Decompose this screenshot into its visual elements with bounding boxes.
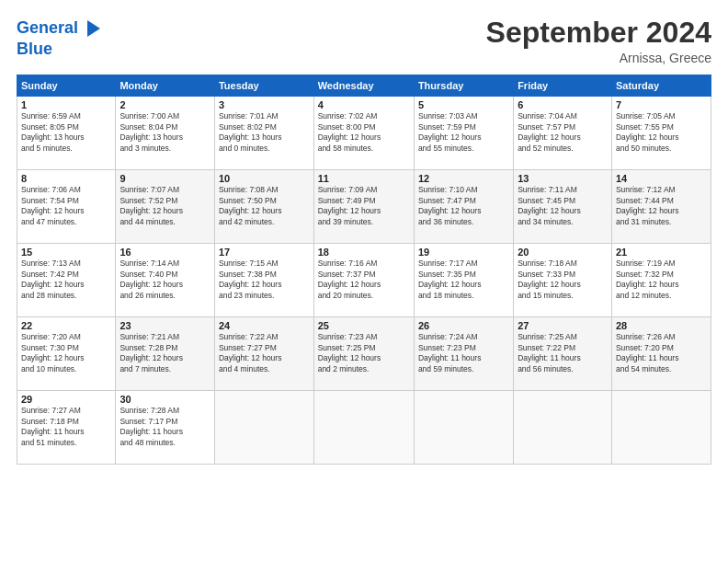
day-number: 16 [119, 247, 210, 258]
day-info: Sunrise: 7:08 AMSunset: 7:50 PMDaylight:… [219, 185, 310, 227]
calendar-week-2: 8Sunrise: 7:06 AMSunset: 7:54 PMDaylight… [17, 170, 711, 244]
day-number: 15 [21, 247, 111, 258]
day-number: 11 [318, 173, 410, 184]
day-info: Sunrise: 7:09 AMSunset: 7:49 PMDaylight:… [318, 185, 410, 227]
col-sunday: Sunday [17, 75, 116, 97]
day-number: 28 [616, 320, 707, 331]
title-block: September 2024 Arnissa, Greece [486, 17, 711, 65]
day-info: Sunrise: 7:05 AMSunset: 7:55 PMDaylight:… [616, 111, 707, 154]
day-info: Sunrise: 7:03 AMSunset: 7:59 PMDaylight:… [418, 111, 509, 154]
table-row: 5Sunrise: 7:03 AMSunset: 7:59 PMDaylight… [414, 97, 513, 170]
table-row: 13Sunrise: 7:11 AMSunset: 7:45 PMDayligh… [514, 170, 612, 244]
day-number: 18 [318, 247, 410, 258]
day-info: Sunrise: 7:27 AMSunset: 7:18 PMDaylight:… [21, 406, 111, 448]
month-title: September 2024 [486, 17, 711, 49]
day-number: 24 [219, 320, 310, 331]
day-number: 23 [119, 320, 210, 331]
day-number: 29 [21, 394, 111, 405]
col-thursday: Thursday [414, 75, 513, 97]
col-friday: Friday [514, 75, 612, 97]
day-info: Sunrise: 7:22 AMSunset: 7:27 PMDaylight:… [219, 332, 310, 374]
day-number: 17 [219, 247, 310, 258]
table-row: 7Sunrise: 7:05 AMSunset: 7:55 PMDaylight… [611, 97, 711, 170]
day-number: 25 [318, 320, 410, 331]
day-info: Sunrise: 7:19 AMSunset: 7:32 PMDaylight:… [616, 259, 707, 301]
day-number: 27 [518, 320, 608, 331]
day-number: 10 [219, 173, 310, 184]
day-number: 14 [616, 173, 707, 184]
table-row: 28Sunrise: 7:26 AMSunset: 7:20 PMDayligh… [611, 317, 711, 391]
table-row: 4Sunrise: 7:02 AMSunset: 8:00 PMDaylight… [313, 97, 414, 170]
day-info: Sunrise: 7:11 AMSunset: 7:45 PMDaylight:… [518, 185, 608, 227]
day-number: 1 [21, 99, 111, 110]
table-row: 20Sunrise: 7:18 AMSunset: 7:33 PMDayligh… [514, 244, 612, 317]
table-row: 23Sunrise: 7:21 AMSunset: 7:28 PMDayligh… [116, 317, 215, 391]
col-tuesday: Tuesday [214, 75, 313, 97]
day-number: 6 [518, 99, 608, 110]
day-number: 20 [518, 247, 608, 258]
day-info: Sunrise: 7:00 AMSunset: 8:04 PMDaylight:… [119, 111, 210, 154]
day-info: Sunrise: 7:20 AMSunset: 7:30 PMDaylight:… [21, 332, 111, 374]
table-row: 8Sunrise: 7:06 AMSunset: 7:54 PMDaylight… [17, 170, 116, 244]
table-row [414, 391, 513, 465]
calendar-header-row: Sunday Monday Tuesday Wednesday Thursday… [17, 75, 711, 97]
table-row: 9Sunrise: 7:07 AMSunset: 7:52 PMDaylight… [116, 170, 215, 244]
day-info: Sunrise: 7:16 AMSunset: 7:37 PMDaylight:… [318, 259, 410, 301]
calendar-week-1: 1Sunrise: 6:59 AMSunset: 8:05 PMDaylight… [17, 97, 711, 170]
day-info: Sunrise: 7:01 AMSunset: 8:02 PMDaylight:… [219, 111, 310, 154]
calendar-week-4: 22Sunrise: 7:20 AMSunset: 7:30 PMDayligh… [17, 317, 711, 391]
table-row: 6Sunrise: 7:04 AMSunset: 7:57 PMDaylight… [514, 97, 612, 170]
day-number: 30 [119, 394, 210, 405]
day-info: Sunrise: 7:04 AMSunset: 7:57 PMDaylight:… [518, 111, 608, 154]
day-number: 12 [418, 173, 509, 184]
day-info: Sunrise: 7:14 AMSunset: 7:40 PMDaylight:… [119, 259, 210, 301]
table-row [611, 391, 711, 465]
table-row: 26Sunrise: 7:24 AMSunset: 7:23 PMDayligh… [414, 317, 513, 391]
table-row: 16Sunrise: 7:14 AMSunset: 7:40 PMDayligh… [116, 244, 215, 317]
table-row [214, 391, 313, 465]
table-row: 18Sunrise: 7:16 AMSunset: 7:37 PMDayligh… [313, 244, 414, 317]
calendar-week-5: 29Sunrise: 7:27 AMSunset: 7:18 PMDayligh… [17, 391, 711, 465]
table-row: 10Sunrise: 7:08 AMSunset: 7:50 PMDayligh… [214, 170, 313, 244]
logo: General Blue [17, 17, 104, 59]
day-info: Sunrise: 7:07 AMSunset: 7:52 PMDaylight:… [119, 185, 210, 227]
table-row: 29Sunrise: 7:27 AMSunset: 7:18 PMDayligh… [17, 391, 116, 465]
day-number: 2 [119, 99, 210, 110]
day-number: 13 [518, 173, 608, 184]
table-row: 12Sunrise: 7:10 AMSunset: 7:47 PMDayligh… [414, 170, 513, 244]
table-row: 17Sunrise: 7:15 AMSunset: 7:38 PMDayligh… [214, 244, 313, 317]
logo-text: General [17, 19, 78, 38]
col-monday: Monday [116, 75, 215, 97]
table-row: 19Sunrise: 7:17 AMSunset: 7:35 PMDayligh… [414, 244, 513, 317]
table-row: 24Sunrise: 7:22 AMSunset: 7:27 PMDayligh… [214, 317, 313, 391]
table-row: 11Sunrise: 7:09 AMSunset: 7:49 PMDayligh… [313, 170, 414, 244]
page: General Blue September 2024 Arnissa, Gre… [0, 0, 728, 563]
day-number: 4 [318, 99, 410, 110]
col-saturday: Saturday [611, 75, 711, 97]
table-row: 3Sunrise: 7:01 AMSunset: 8:02 PMDaylight… [214, 97, 313, 170]
table-row: 15Sunrise: 7:13 AMSunset: 7:42 PMDayligh… [17, 244, 116, 317]
day-info: Sunrise: 7:28 AMSunset: 7:17 PMDaylight:… [119, 406, 210, 448]
day-number: 7 [616, 99, 707, 110]
table-row [514, 391, 612, 465]
col-wednesday: Wednesday [313, 75, 414, 97]
svg-marker-0 [87, 20, 100, 37]
day-number: 26 [418, 320, 509, 331]
table-row: 27Sunrise: 7:25 AMSunset: 7:22 PMDayligh… [514, 317, 612, 391]
day-info: Sunrise: 7:13 AMSunset: 7:42 PMDaylight:… [21, 259, 111, 301]
day-info: Sunrise: 7:18 AMSunset: 7:33 PMDaylight:… [518, 259, 608, 301]
calendar: Sunday Monday Tuesday Wednesday Thursday… [17, 75, 711, 465]
table-row: 14Sunrise: 7:12 AMSunset: 7:44 PMDayligh… [611, 170, 711, 244]
day-info: Sunrise: 7:25 AMSunset: 7:22 PMDaylight:… [518, 332, 608, 374]
day-info: Sunrise: 7:24 AMSunset: 7:23 PMDaylight:… [418, 332, 509, 374]
day-info: Sunrise: 6:59 AMSunset: 8:05 PMDaylight:… [21, 111, 111, 154]
table-row [313, 391, 414, 465]
day-info: Sunrise: 7:10 AMSunset: 7:47 PMDaylight:… [418, 185, 509, 227]
day-info: Sunrise: 7:26 AMSunset: 7:20 PMDaylight:… [616, 332, 707, 374]
table-row: 22Sunrise: 7:20 AMSunset: 7:30 PMDayligh… [17, 317, 116, 391]
day-info: Sunrise: 7:15 AMSunset: 7:38 PMDaylight:… [219, 259, 310, 301]
header: General Blue September 2024 Arnissa, Gre… [17, 17, 711, 65]
day-info: Sunrise: 7:21 AMSunset: 7:28 PMDaylight:… [119, 332, 210, 374]
logo-icon [80, 17, 104, 40]
day-info: Sunrise: 7:06 AMSunset: 7:54 PMDaylight:… [21, 185, 111, 227]
